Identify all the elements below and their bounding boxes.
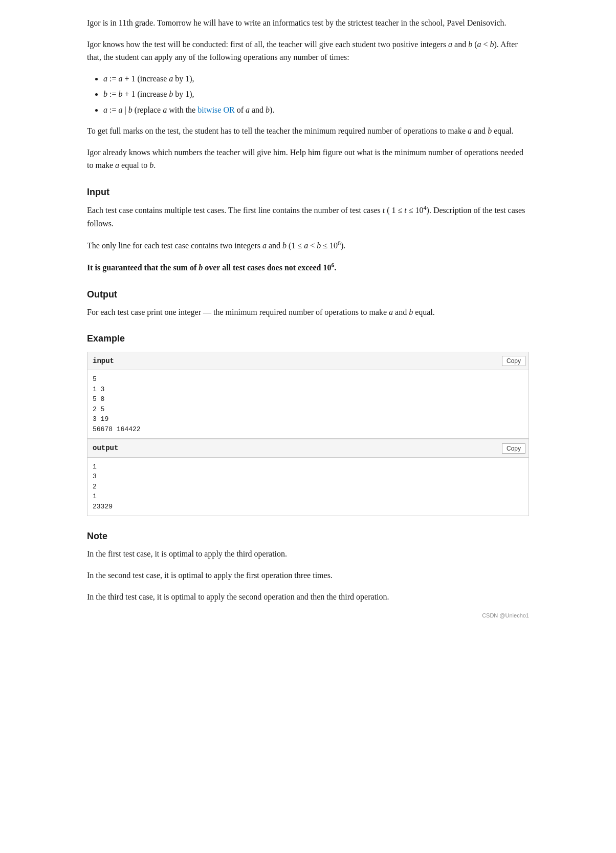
output-title: Output [87, 287, 529, 302]
var-a2: a [477, 40, 481, 49]
bitwise-or-text: bitwise OR [197, 105, 234, 114]
note-content: In the first test case, it is optimal to… [87, 547, 529, 603]
operation-1: a := a + 1 (increase a by 1), [103, 72, 529, 86]
operation-2: b := b + 1 (increase b by 1), [103, 88, 529, 101]
note-para2: In the second test case, it is optimal t… [87, 569, 529, 582]
output-code: 1 3 2 1 23329 [87, 458, 529, 517]
intro-para2: Igor knows how the test will be conducte… [87, 38, 529, 64]
input-code: 5 1 3 5 8 2 5 3 19 56678 164422 [87, 370, 529, 439]
intro-para1: Igor is in 11th grade. Tomorrow he will … [87, 16, 529, 30]
var-b: b [468, 40, 472, 49]
watermark: CSDN @Uniecho1 [87, 611, 529, 621]
output-para: For each test case print one integer — t… [87, 306, 529, 319]
intro-para3: To get full marks on the test, the stude… [87, 124, 529, 138]
note-para3: In the third test case, it is optimal to… [87, 590, 529, 604]
input-para2: The only line for each test case contain… [87, 239, 529, 252]
var-a: a [448, 40, 452, 49]
operations-list: a := a + 1 (increase a by 1), b := b + 1… [87, 72, 529, 116]
input-header: input Copy [87, 352, 529, 370]
output-label: output [93, 444, 118, 452]
note-title: Note [87, 529, 529, 544]
example-title: Example [87, 331, 529, 346]
example-table: input Copy 5 1 3 5 8 2 5 3 19 56678 1644… [87, 352, 529, 516]
copy-output-button[interactable]: Copy [502, 443, 525, 454]
var-b2: b [490, 40, 494, 49]
copy-input-button[interactable]: Copy [502, 356, 525, 366]
intro-para4: Igor already knows which numbers the tea… [87, 146, 529, 172]
input-label: input [93, 357, 114, 365]
operation-3: a := a | b (replace a with the bitwise O… [103, 103, 529, 117]
note-para1: In the first test case, it is optimal to… [87, 547, 529, 561]
input-title: Input [87, 185, 529, 200]
input-guarantee: It is guaranteed that the sum of b over … [87, 261, 529, 274]
output-header: output Copy [87, 439, 529, 457]
input-para1: Each test case contains multiple test ca… [87, 203, 529, 230]
